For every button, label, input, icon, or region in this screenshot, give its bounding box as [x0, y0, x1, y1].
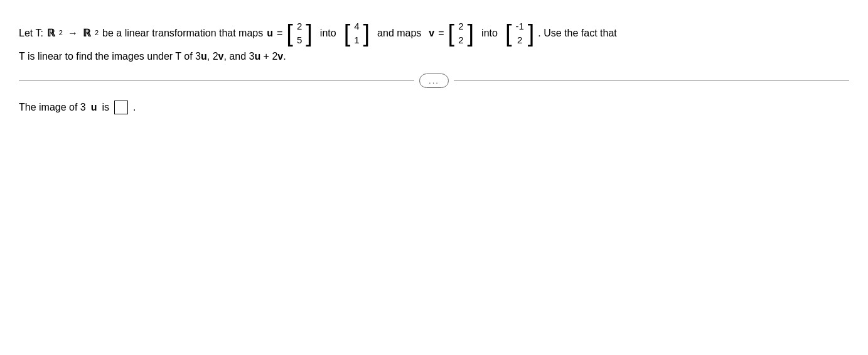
- divider-right: [454, 80, 849, 81]
- answer-bold-u: u: [91, 102, 97, 113]
- v-img-bot: 2: [517, 34, 522, 46]
- v-image-bracket: [ -1 2 ]: [505, 19, 534, 47]
- right-bracket-u: ]: [306, 21, 313, 45]
- problem-statement: Let T: ℝ2 → ℝ2 be a linear transformatio…: [19, 19, 849, 47]
- v-vec-bot: 2: [458, 34, 463, 46]
- divider-dots[interactable]: ...: [419, 74, 449, 88]
- divider-row: ...: [19, 74, 849, 88]
- bold-u-1: u: [201, 51, 207, 62]
- u-img-top: 4: [354, 20, 359, 33]
- page-container: Let T: ℝ2 → ℝ2 be a linear transformatio…: [0, 0, 868, 355]
- v-vector-values: 2 2: [456, 19, 466, 47]
- let-T-prefix: Let T:: [19, 25, 43, 41]
- codomain-sup: 2: [95, 28, 99, 39]
- equals-u: =: [277, 25, 282, 41]
- domain-R: ℝ: [47, 25, 55, 41]
- u-image-values: 4 1: [351, 19, 362, 47]
- v-image-values: -1 2: [513, 19, 526, 47]
- and-maps-text: and maps: [377, 25, 421, 41]
- comma1: , 2: [207, 51, 218, 62]
- plus-text: + 2: [260, 51, 277, 62]
- codomain-R: ℝ: [83, 25, 91, 41]
- u-vector-values: 2 5: [294, 19, 304, 47]
- answer-mid: is: [102, 102, 110, 113]
- arrow: →: [68, 25, 78, 41]
- divider-left: [19, 80, 414, 81]
- bold-v-2: v: [277, 51, 283, 62]
- u-vec-bot: 5: [297, 34, 302, 46]
- left-bracket-vi: [: [505, 21, 512, 45]
- u-label-bold: u: [267, 25, 273, 41]
- bold-u-2: u: [254, 51, 260, 62]
- into-text-2: into: [481, 25, 498, 41]
- v-img-top: -1: [515, 20, 523, 33]
- right-bracket-v: ]: [468, 21, 474, 45]
- right-bracket-ui: ]: [363, 21, 370, 45]
- left-bracket-u: [: [286, 21, 293, 45]
- v-vec-top: 2: [458, 20, 463, 33]
- equals-v: =: [438, 25, 444, 41]
- v-vector-bracket: [ 2 2 ]: [448, 19, 474, 47]
- be-text: be a linear transformation that maps: [102, 25, 263, 41]
- answer-prefix: The image of 3: [19, 102, 86, 113]
- problem-text-line1: Let T: ℝ2 → ℝ2 be a linear transformatio…: [19, 19, 617, 47]
- u-image-bracket: [ 4 1 ]: [344, 19, 370, 47]
- use-fact-text: . Use the fact that: [538, 25, 616, 41]
- comma2: , and 3: [223, 51, 254, 62]
- domain-sup: 2: [59, 28, 63, 39]
- u-vector-bracket: [ 2 5 ]: [286, 19, 312, 47]
- answer-input[interactable]: [114, 101, 128, 114]
- u-img-bot: 1: [354, 34, 359, 46]
- second-line-prefix: T is linear to find the images under T o…: [19, 51, 201, 62]
- left-bracket-ui: [: [344, 21, 351, 45]
- left-bracket-v: [: [448, 21, 455, 45]
- answer-section: The image of 3u is .: [19, 101, 849, 114]
- period-1: .: [283, 51, 286, 62]
- right-bracket-vi: ]: [528, 21, 535, 45]
- v-label-bold: v: [429, 25, 434, 41]
- answer-suffix: .: [133, 102, 136, 113]
- into-text-1: into: [320, 25, 336, 41]
- u-vec-top: 2: [297, 20, 302, 33]
- problem-second-line: T is linear to find the images under T o…: [19, 51, 849, 62]
